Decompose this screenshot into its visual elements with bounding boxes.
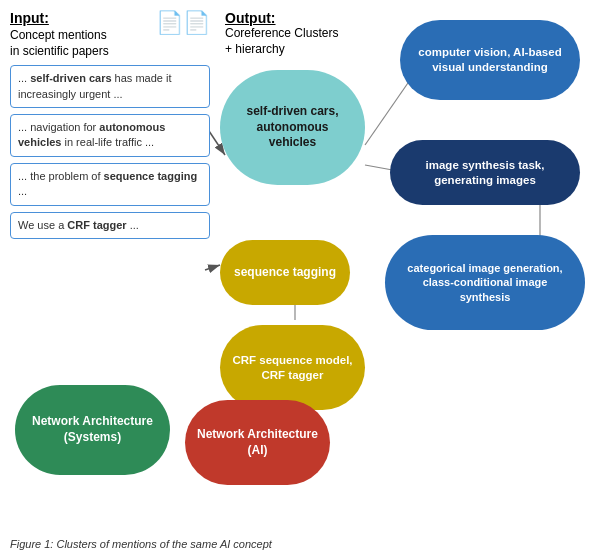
output-section: Output: Coreference Clusters+ hierarchy (225, 10, 338, 57)
paper-icon: 📄📄 (156, 10, 210, 36)
card2-bold: autonomous vehicles (18, 121, 165, 148)
output-label: Output: (225, 10, 338, 26)
diagram-container: Input: Concept mentionsin scientific pap… (0, 0, 604, 510)
bubble-network-arch-ai: Network Architecture (AI) (185, 400, 330, 485)
input-card-4: We use a CRF tagger ... (10, 212, 210, 239)
svg-line-3 (365, 80, 410, 145)
card4-bold: CRF tagger (67, 219, 126, 231)
input-card-2: ... navigation for autonomous vehicles i… (10, 114, 210, 157)
input-section: Input: Concept mentionsin scientific pap… (10, 10, 210, 245)
card3-bold: sequence tagging (104, 170, 198, 182)
bubble-computer-vision: computer vision, AI-based visual underst… (400, 20, 580, 100)
output-subtitle: Coreference Clusters+ hierarchy (225, 26, 338, 57)
footer-caption: Figure 1: Clusters of mentions of the sa… (10, 538, 594, 550)
input-card-1: ... self-driven cars has made it increas… (10, 65, 210, 108)
bubble-network-arch-systems: Network Architecture (Systems) (15, 385, 170, 475)
bubble-self-driven: self-driven cars, autonomous vehicles (220, 70, 365, 185)
input-card-3: ... the problem of sequence tagging ... (10, 163, 210, 206)
svg-line-2 (205, 265, 220, 270)
bubble-image-synthesis: image synthesis task, generating images (390, 140, 580, 205)
bubble-sequence-tagging: sequence tagging (220, 240, 350, 305)
card1-bold: self-driven cars (30, 72, 111, 84)
input-label: Input: (10, 10, 109, 26)
bubble-crf: CRF sequence model, CRF tagger (220, 325, 365, 410)
bubble-categorical: categorical image generation, class-cond… (385, 235, 585, 330)
input-subtitle: Concept mentionsin scientific papers (10, 28, 109, 59)
